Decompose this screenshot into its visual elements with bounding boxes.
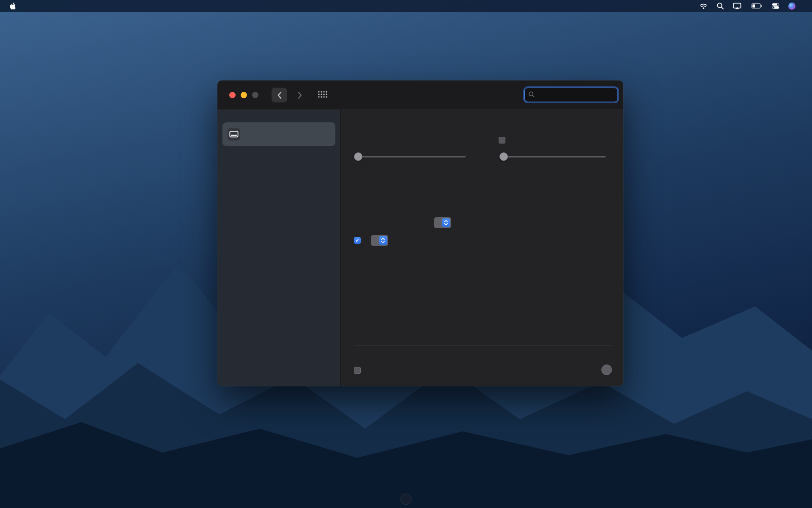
magnify-slider-thumb[interactable] (499, 152, 508, 161)
minimize-button[interactable] (241, 92, 247, 98)
system-preferences-window (217, 80, 623, 386)
double-click-checkbox[interactable] (354, 237, 361, 244)
dock (401, 494, 411, 505)
size-slider[interactable] (354, 152, 466, 161)
control-center-icon[interactable] (768, 2, 783, 10)
sidebar-item-dock-a-radek-nabidek-selected[interactable] (222, 122, 335, 146)
show-all-grid-icon[interactable] (318, 90, 328, 100)
magnify-checkbox[interactable] (499, 137, 505, 144)
spotlight-search-icon[interactable] (713, 2, 727, 10)
size-slider-track[interactable] (354, 156, 466, 157)
help-button[interactable] (601, 364, 612, 375)
screen-mirroring-icon[interactable] (730, 2, 745, 10)
popup-stepper-icon (379, 236, 387, 245)
double-click-popup[interactable] (371, 235, 388, 246)
section-divider (354, 345, 612, 345)
menu-bar (0, 0, 812, 12)
minimize-effect-popup[interactable] (434, 217, 451, 228)
magnify-slider[interactable] (499, 152, 606, 161)
autohide-menubar-checkbox[interactable] (354, 367, 361, 374)
battery-icon (751, 2, 763, 10)
size-slider-thumb[interactable] (354, 152, 362, 161)
dock-settings-pane (341, 110, 623, 386)
search-input[interactable] (524, 88, 618, 102)
battery-status[interactable] (747, 2, 766, 10)
window-titlebar (217, 80, 623, 109)
zoom-button-disabled (252, 92, 258, 98)
wifi-status-icon[interactable] (696, 2, 711, 10)
siri-icon[interactable] (785, 3, 798, 10)
popup-stepper-icon (442, 218, 450, 227)
apple-menu-icon[interactable] (9, 2, 16, 10)
close-button[interactable] (229, 92, 236, 98)
magnify-slider-track[interactable] (499, 156, 606, 157)
forward-button[interactable] (292, 88, 307, 102)
search-icon (528, 91, 535, 99)
sidebar (217, 110, 341, 386)
back-button[interactable] (272, 88, 287, 102)
dock-prefs-icon (228, 128, 240, 141)
search-field-wrap (524, 88, 618, 102)
